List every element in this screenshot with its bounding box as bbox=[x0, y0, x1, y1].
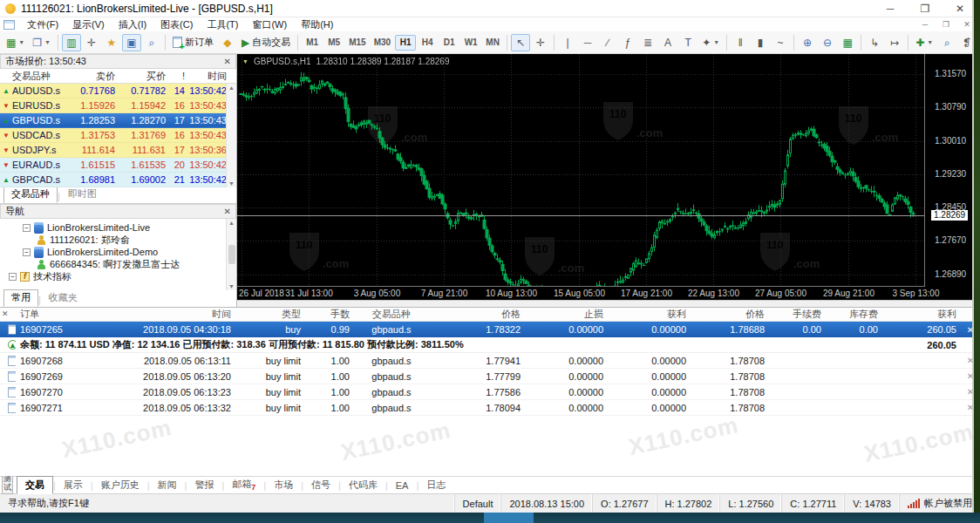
terminal-column-header[interactable]: 价格 bbox=[429, 308, 525, 321]
terminal-column-header[interactable]: 获利 bbox=[608, 308, 691, 321]
navigator-tab[interactable]: 收藏夹 bbox=[41, 289, 85, 307]
text-button[interactable]: A bbox=[658, 34, 677, 51]
timeframe-d1-button[interactable]: D1 bbox=[439, 35, 459, 51]
timeframe-m30-button[interactable]: M30 bbox=[371, 35, 394, 51]
order-row[interactable]: 169072712018.09.05 06:13:32buy limit1.00… bbox=[0, 400, 980, 416]
zoom-in-button[interactable]: ⊕ bbox=[798, 34, 817, 51]
terminal-column-header[interactable]: 手数 bbox=[305, 308, 354, 321]
terminal-toggle[interactable]: ▣ bbox=[122, 34, 141, 51]
terminal-tab-4[interactable]: 警报 bbox=[187, 477, 221, 493]
menu-item[interactable]: 图表(C) bbox=[153, 18, 200, 31]
navigator-tab[interactable]: 常用 bbox=[3, 289, 38, 307]
child-minimize-button[interactable]: ─ bbox=[915, 20, 935, 29]
menu-item[interactable]: 文件(F) bbox=[20, 18, 65, 31]
new-order-button[interactable]: 新订单 bbox=[169, 34, 217, 51]
timeframe-h1-button[interactable]: H1 bbox=[395, 35, 416, 51]
close-button[interactable]: ✕ bbox=[945, 3, 975, 15]
market-watch-row[interactable]: ▼USDJPY.s111.614111.6311713:50:36 bbox=[0, 143, 236, 158]
market-watch-close-icon[interactable]: ✕ bbox=[224, 57, 231, 66]
terminal-column-header[interactable]: 时间 bbox=[89, 308, 235, 321]
menu-item[interactable]: 插入(I) bbox=[112, 18, 153, 31]
market-watch-scrollbar[interactable]: ▲▼ bbox=[226, 84, 236, 187]
navigator-tree-item[interactable]: −LionBrokersLimited-Live bbox=[5, 221, 226, 234]
menu-item[interactable]: 显示(V) bbox=[65, 18, 112, 31]
navigator-tree-item[interactable]: 111126021: 郑玲俞 bbox=[5, 234, 226, 246]
mw-column-header[interactable]: 买价 bbox=[115, 70, 166, 83]
timeframe-m1-button[interactable]: M1 bbox=[302, 35, 323, 51]
terminal-tab-10[interactable]: 日志 bbox=[419, 477, 453, 493]
terminal-tab-2[interactable]: 账户历史 bbox=[93, 477, 147, 493]
tree-expander-icon[interactable]: − bbox=[23, 224, 31, 232]
order-row[interactable]: 169072692018.09.05 06:13:20buy limit1.00… bbox=[0, 369, 980, 384]
terminal-column-header[interactable]: 交易品种 bbox=[354, 308, 429, 321]
menu-item[interactable]: 工具(T) bbox=[200, 18, 245, 31]
terminal-column-header[interactable]: 止损 bbox=[525, 308, 608, 321]
chart-window-icon[interactable] bbox=[3, 20, 15, 30]
tile-windows-button[interactable]: ▦ bbox=[838, 34, 857, 51]
new-chart-button[interactable]: ▦▼ bbox=[3, 34, 28, 51]
terminal-tab-6[interactable]: 市场 bbox=[266, 477, 301, 493]
market-watch-row[interactable]: ▲GBPUSD.s1.282531.282701713:50:43 bbox=[0, 113, 236, 128]
mw-column-header[interactable]: 卖价 bbox=[66, 70, 115, 83]
search-button[interactable]: ⌕ bbox=[937, 34, 956, 51]
candlestick-chart[interactable] bbox=[237, 54, 924, 286]
chart-shift-button[interactable]: ↦ bbox=[885, 34, 904, 51]
hline-button[interactable]: ─ bbox=[578, 34, 597, 51]
cursor-button[interactable]: ↖ bbox=[511, 34, 530, 51]
market-watch-tab[interactable]: 交易品种 bbox=[3, 186, 58, 203]
bar-chart-button[interactable]: ‖ bbox=[731, 34, 750, 51]
terminal-close-icon[interactable]: ✕ bbox=[2, 309, 9, 318]
market-watch-tab[interactable]: 即时图 bbox=[60, 186, 105, 203]
market-watch-row[interactable]: ▲AUDUSD.s0.717680.717821413:50:42 bbox=[0, 84, 236, 98]
terminal-column-header[interactable]: 类型 bbox=[235, 308, 305, 321]
order-row[interactable]: 169072702018.09.05 06:13:23buy limit1.00… bbox=[0, 384, 980, 400]
terminal-column-header[interactable]: 手续费 bbox=[769, 308, 826, 321]
terminal-tab-3[interactable]: 新闻 bbox=[150, 477, 185, 493]
channel-button[interactable]: ≣ bbox=[638, 34, 657, 51]
chart-dropdown-icon[interactable]: ▼ bbox=[242, 58, 248, 65]
mw-column-header[interactable]: ! bbox=[166, 71, 185, 81]
navigator-tree-item[interactable]: −LionBrokersLimited-Demo bbox=[5, 246, 226, 258]
zoom-out-button[interactable]: ⊖ bbox=[818, 34, 837, 51]
indicators-button[interactable]: ✚▼ bbox=[912, 34, 936, 51]
order-row[interactable]: 169072682018.09.05 06:13:11buy limit1.00… bbox=[0, 353, 980, 369]
shapes-button[interactable]: ✦▼ bbox=[698, 34, 723, 51]
autotrading-button[interactable]: ▶自动交易 bbox=[238, 34, 294, 51]
terminal-column-header[interactable]: 订单 bbox=[16, 308, 89, 321]
timeframe-w1-button[interactable]: W1 bbox=[460, 35, 481, 51]
terminal-column-header[interactable]: 库存费 bbox=[826, 308, 882, 321]
trendline-button[interactable]: ∕ bbox=[598, 34, 617, 51]
market-watch-row[interactable]: ▼EURUSD.s1.159261.159421613:50:43 bbox=[0, 98, 236, 113]
label-button[interactable]: T bbox=[678, 34, 698, 51]
chart-area[interactable]: ▼ GBPUSD.s,H1 1.28310 1.28389 1.28187 1.… bbox=[237, 54, 980, 307]
child-restore-button[interactable]: ❐ bbox=[936, 20, 956, 29]
market-watch-toggle[interactable]: ▥ bbox=[62, 34, 81, 51]
navigator-scrollbar[interactable]: ▲▼ bbox=[226, 219, 236, 290]
fibonacci-button[interactable]: ƒ bbox=[618, 34, 637, 51]
navigator-toggle[interactable]: ★ bbox=[102, 34, 121, 51]
terminal-tab-5[interactable]: 邮箱7 bbox=[224, 476, 263, 493]
tree-expander-icon[interactable]: − bbox=[9, 273, 17, 281]
mw-column-header[interactable]: 时间 bbox=[185, 70, 227, 83]
data-window-toggle[interactable]: ✛ bbox=[82, 34, 101, 51]
minimize-button[interactable]: ─ bbox=[875, 3, 905, 15]
crosshair-button[interactable]: ✛ bbox=[531, 34, 550, 51]
terminal-tab-ea[interactable]: EA bbox=[388, 479, 417, 492]
timeframe-m15-button[interactable]: M15 bbox=[345, 35, 369, 51]
timeframe-mn-button[interactable]: MN bbox=[482, 35, 503, 51]
terminal-tab-0[interactable]: 交易 bbox=[17, 476, 53, 494]
line-chart-button[interactable]: ~ bbox=[771, 34, 790, 51]
terminal-column-header[interactable]: 价格 bbox=[691, 308, 769, 321]
navigator-tree-item[interactable]: −f技术指标 bbox=[5, 270, 226, 282]
market-watch-row[interactable]: ▲GBPCAD.s1.689811.690022113:50:42 bbox=[0, 173, 236, 187]
auto-scroll-button[interactable]: ↳ bbox=[865, 34, 884, 51]
candlestick-button[interactable]: ▮ bbox=[751, 34, 770, 51]
metaeditor-button[interactable]: ◆ bbox=[218, 34, 237, 51]
market-watch-row[interactable]: ▼EURAUD.s1.615151.615352013:50:42 bbox=[0, 158, 236, 173]
restore-button[interactable]: ❐ bbox=[910, 3, 940, 15]
tree-expander-icon[interactable]: − bbox=[23, 248, 31, 256]
terminal-column-header[interactable]: 获利 bbox=[882, 308, 961, 321]
terminal-tab-1[interactable]: 展示 bbox=[56, 477, 91, 493]
strategy-tester-toggle[interactable]: ⌕ bbox=[142, 34, 161, 51]
terminal-tab-7[interactable]: 信号 bbox=[303, 477, 338, 493]
